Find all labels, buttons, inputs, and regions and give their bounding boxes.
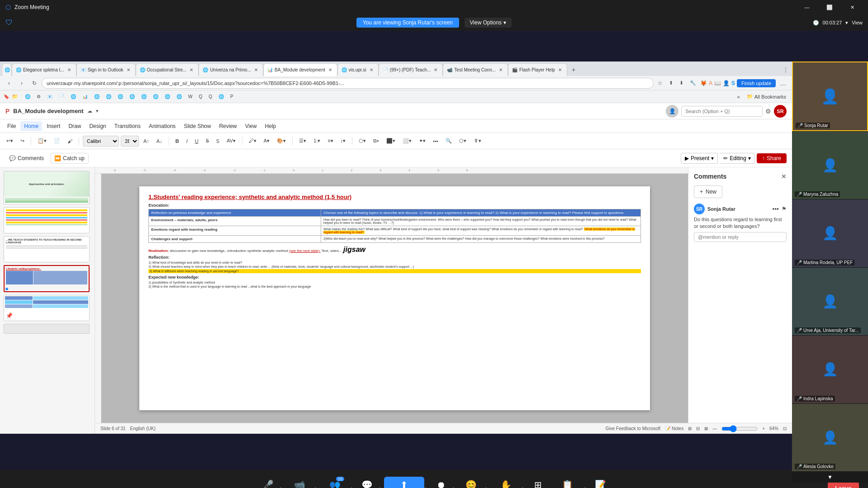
browser-ext-icon[interactable]: 🦊 [700,80,707,86]
user-initials-avatar[interactable]: SR [774,105,787,118]
arrange-button[interactable]: ⧉▾ [370,137,382,145]
fill-button[interactable]: 🎨▾ [274,137,289,145]
shape-effects-button[interactable]: ✦▾ [416,137,428,145]
zoom-minus-button[interactable]: — [712,426,717,431]
reading-view-button[interactable]: ⊟ [696,426,700,431]
record-tool[interactable]: ⏺ Record [430,477,452,488]
browser-tab-vis[interactable]: 🌐 vis.upr.si ✕ [337,63,379,76]
browser-tab-pdf[interactable]: 📄 (99+) (PDF) Teach... ✕ [379,63,443,76]
zoom-plus-button[interactable]: + [762,426,765,431]
browser-tab-occupational[interactable]: 🌐 Occupational Stre... ✕ [136,63,199,76]
bullets-button[interactable]: ☰▾ [296,137,309,145]
presenter-view-button[interactable]: ⊠ [704,426,708,431]
bookmark-13[interactable]: 🌐 [162,93,172,100]
autosave-icon[interactable]: ☁ [87,108,92,114]
browser-tab-flash[interactable]: 🎬 Flash Player Help ✕ [508,63,567,76]
bookmark-12[interactable]: 🌐 [151,93,161,100]
new-comment-button[interactable]: + New [694,185,722,198]
zoom-slider[interactable] [721,425,758,432]
shape-outline-button[interactable]: ⬜▾ [400,137,414,145]
align-button[interactable]: ≡▾ [325,137,336,145]
dictate-button[interactable]: 🎙▾ [471,137,484,145]
font-size-selector[interactable]: 28 [121,136,139,147]
whiteboards-caret[interactable]: ▲ [583,486,587,488]
slide-thumb-8[interactable] [4,324,90,334]
browser-tab-active[interactable]: 📊 BA_Module development ✕ [263,63,337,76]
undo-button[interactable]: ↩▾ [4,137,16,145]
chat-caret[interactable]: ▲ [378,486,382,488]
raise-hand-tool[interactable]: ✋ Raise Hand [490,477,521,488]
timer-caret[interactable]: ▾ [845,20,848,26]
bookmark-1[interactable]: 🌐 [23,93,33,100]
bold-button[interactable]: B [173,137,182,145]
tabs-overflow-button[interactable]: ⋮ [781,63,790,76]
browser-tab-test[interactable]: 📹 Test Meeting Conn... ✕ [443,63,508,76]
bookmark-15[interactable]: W [186,93,194,100]
tab-close-active[interactable]: ✕ [327,67,333,73]
view-options-button[interactable]: View Options ▾ [465,18,512,28]
comment-more-button[interactable]: ••• [772,205,779,213]
download-icon[interactable]: ⬇ [677,79,686,87]
tab-close-vis[interactable]: ✕ [368,67,375,73]
more-button[interactable]: ••• [430,137,441,145]
catch-up-button[interactable]: ⏩ Catch up [50,153,89,164]
bookmark-18[interactable]: 🌐 [216,93,226,100]
bookmark-5[interactable]: 🌐 [68,93,78,100]
present-button[interactable]: ▶ Present ▾ [681,153,718,164]
tab-close-univerza[interactable]: ✕ [253,67,259,73]
format-painter-button[interactable]: 🖌 [65,137,75,145]
slide-canvas[interactable]: 1.Students' reading experience; syntheti… [101,174,688,423]
reader-icon[interactable]: 📖 [714,80,721,86]
browser-tab-univerza[interactable]: 🌐 Univerza na Primo... ✕ [199,63,263,76]
all-bookmarks-item[interactable]: 📁 All Bookmarks [745,93,788,100]
participants-tool[interactable]: 👥 15 Participants [319,477,350,488]
unmute-tool[interactable]: 🎤 Unmute [256,477,280,488]
reactions-tool[interactable]: 😊 Reactions [458,477,485,488]
editing-button[interactable]: ✏ Editing ▾ [720,153,755,164]
slide-sorter-button[interactable]: ⊞ [688,426,692,431]
strikethrough-button[interactable]: S̶ [203,137,212,145]
raise-hand-caret[interactable]: ▲ [520,486,525,488]
record-caret[interactable]: ▲ [451,486,456,488]
settings-icon[interactable]: ⚙ [765,108,771,115]
new-tab-button[interactable]: + [567,63,580,76]
tab-close-outlook[interactable]: ✕ [125,67,132,73]
slide-thumb-7[interactable]: 📌 [4,295,90,321]
menu-slideshow[interactable]: Slide Show [180,121,214,131]
profile-icon[interactable]: 👤 [723,80,730,86]
redo-button[interactable]: ↪ [18,137,27,145]
ppt-chevron-icon[interactable]: ▾ [96,108,99,114]
maximize-button[interactable]: ⬜ [819,0,840,14]
tab-close-flash[interactable]: ✕ [557,67,563,73]
menu-design[interactable]: Design [85,121,109,131]
video-caret[interactable]: ▲ [313,486,318,488]
edge-account-icon[interactable]: S [731,80,735,86]
whiteboards-tool[interactable]: 📋 Whiteboards [551,477,583,488]
tab-close-test[interactable]: ✕ [498,67,504,73]
menu-help[interactable]: Help [261,121,280,131]
paste-button[interactable]: 📄 [51,137,63,145]
highlight-button[interactable]: 🖊▾ [246,137,259,145]
browser-tab-favicon[interactable]: 🌐 [2,63,12,76]
address-bar[interactable] [42,78,654,89]
browser-more-icon[interactable]: … [778,79,788,88]
bookmark-16[interactable]: Q [196,93,204,100]
menu-file[interactable]: File [4,121,19,131]
comment-reply-input[interactable] [694,232,787,242]
bookmark-17[interactable]: Q [206,93,214,100]
bookmark-14[interactable]: 🌐 [174,93,184,100]
menu-insert[interactable]: Insert [43,121,64,131]
participants-caret[interactable]: ▲ [350,486,354,488]
share-button[interactable]: ↑ Share [757,153,787,163]
reactions-caret[interactable]: ▲ [484,486,489,488]
search-button[interactable]: 🔍 [443,137,455,145]
slide-thumb-4[interactable] [4,207,90,233]
notes-tool[interactable]: 📝 Notes [589,477,612,488]
menu-transitions[interactable]: Transitions [111,121,144,131]
font-color-button[interactable]: A▾ [261,137,272,145]
acrobat-icon[interactable]: A [709,80,712,86]
forward-button[interactable]: › [16,78,27,89]
share-screen-caret[interactable]: ▲ [423,486,428,488]
slide-thumb-3[interactable]: Approaches and principles: [4,171,90,204]
slide-thumb-6[interactable]: 1.Students' reading experience... [4,265,90,292]
